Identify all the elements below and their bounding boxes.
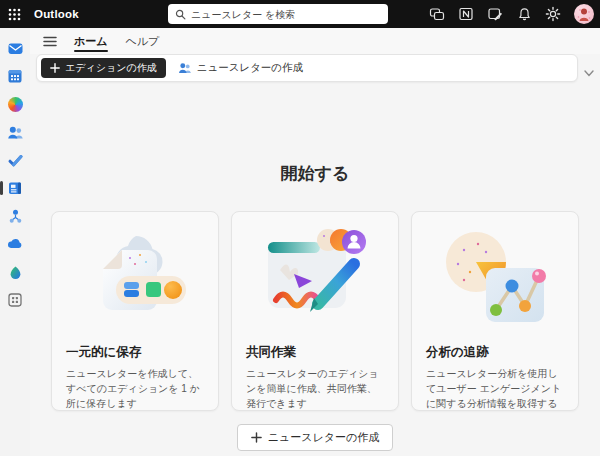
create-newsletter-cta-button[interactable]: ニュースレターの作成: [237, 424, 394, 451]
people-add-icon: [178, 61, 192, 75]
ribbon-tabs: ホーム ヘルプ: [30, 28, 600, 54]
newsletter-icon: [7, 180, 23, 196]
sidebar-item-org[interactable]: [0, 202, 30, 230]
ribbon-row: エディションの作成 ニュースレターの作成: [30, 54, 600, 84]
notes-icon[interactable]: [487, 6, 503, 22]
sidebar-item-mail[interactable]: [0, 34, 30, 62]
hamburger-menu-icon[interactable]: [38, 30, 62, 52]
card-collaborate: 共同作業 ニュースレターのエディションを簡単に作成、共同作業、発行できます: [231, 211, 399, 411]
sidebar-item-newsletter[interactable]: [0, 174, 30, 202]
create-newsletter-action[interactable]: ニュースレターの作成: [178, 61, 303, 75]
app-shell: ホーム ヘルプ エディションの作成: [0, 28, 600, 456]
page-title: 開始する: [30, 162, 600, 185]
waffle-icon: [8, 8, 21, 21]
main-panel: ホーム ヘルプ エディションの作成: [30, 28, 600, 456]
people-icon: [7, 124, 24, 141]
card-description: ニュースレターのエディションを簡単に作成、共同作業、発行できます: [246, 366, 384, 411]
cta-label: ニュースレターの作成: [268, 430, 380, 445]
apps-grid-icon: [7, 292, 23, 308]
mail-icon: [7, 40, 24, 57]
card-description: ニュースレターを作成して、すべてのエディションを 1 か所に保存します: [66, 366, 204, 411]
calendar-icon: [7, 68, 23, 84]
todo-check-icon: [7, 152, 24, 169]
card-title: 一元的に保存: [66, 344, 204, 361]
bell-icon[interactable]: [516, 6, 532, 22]
sidebar-item-copilot[interactable]: [0, 90, 30, 118]
app-name[interactable]: Outlook: [34, 8, 79, 20]
card-title: 共同作業: [246, 344, 384, 361]
places-icon: [8, 265, 23, 280]
topbar: Outlook: [0, 0, 600, 28]
search-box[interactable]: [168, 4, 388, 24]
copilot-icon: [8, 97, 23, 112]
store-centrally-illustration: [52, 212, 218, 344]
selection-indicator: [0, 181, 3, 195]
create-edition-button[interactable]: エディションの作成: [41, 58, 166, 78]
left-rail: [0, 28, 30, 456]
sidebar-item-onedrive[interactable]: [0, 230, 30, 258]
chat-icon[interactable]: [429, 6, 445, 22]
card-title: 分析の追跡: [426, 344, 564, 361]
sidebar-item-calendar[interactable]: [0, 62, 30, 90]
plus-icon: [251, 432, 262, 443]
topbar-actions: [429, 0, 594, 28]
org-chart-icon: [7, 208, 24, 225]
app-launcher-waffle-icon[interactable]: [0, 0, 28, 28]
onenote-feed-icon[interactable]: [458, 6, 474, 22]
sidebar-item-todo[interactable]: [0, 146, 30, 174]
ribbon-toolbar: エディションの作成 ニュースレターの作成: [36, 54, 578, 82]
tab-home[interactable]: ホーム: [68, 30, 114, 52]
avatar[interactable]: [574, 4, 594, 24]
create-edition-label: エディションの作成: [65, 61, 157, 75]
collaborate-illustration: [232, 212, 398, 344]
collapse-ribbon-chevron-icon[interactable]: [584, 63, 594, 81]
sidebar-item-people[interactable]: [0, 118, 30, 146]
sidebar-item-places[interactable]: [0, 258, 30, 286]
onedrive-cloud-icon: [6, 235, 24, 253]
gear-icon[interactable]: [545, 6, 561, 22]
create-newsletter-label: ニュースレターの作成: [197, 61, 303, 75]
card-track-analytics: 分析の追跡 ニュースレター分析を使用してユーザー エンゲージメントに関する分析情…: [411, 211, 579, 411]
tab-help[interactable]: ヘルプ: [120, 30, 166, 52]
search-icon: [175, 9, 186, 20]
card-store-centrally: 一元的に保存 ニュースレターを作成して、すべてのエディションを 1 か所に保存し…: [51, 211, 219, 411]
content-area: 開始する: [30, 84, 600, 456]
feature-cards: 一元的に保存 ニュースレターを作成して、すべてのエディションを 1 か所に保存し…: [30, 211, 600, 411]
sidebar-item-more-apps[interactable]: [0, 286, 30, 314]
search-input[interactable]: [191, 9, 381, 20]
card-description: ニュースレター分析を使用してユーザー エンゲージメントに関する分析情報を取得する: [426, 366, 564, 411]
analytics-illustration: [412, 212, 578, 344]
plus-icon: [50, 63, 60, 73]
